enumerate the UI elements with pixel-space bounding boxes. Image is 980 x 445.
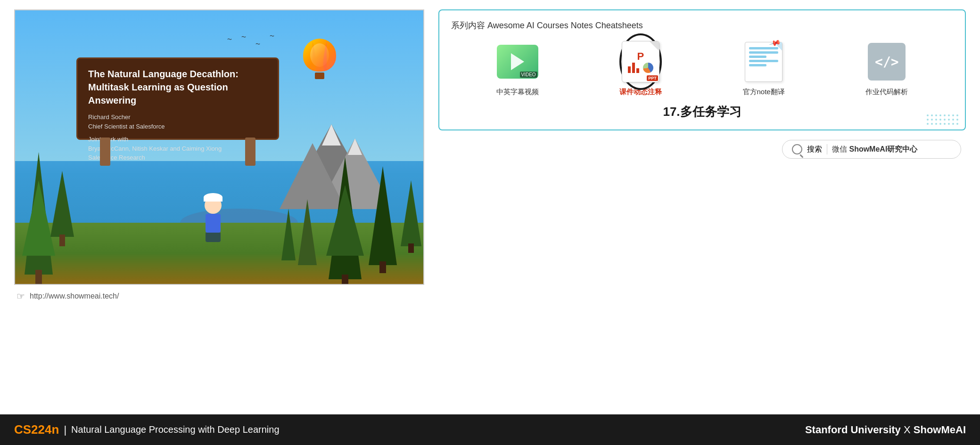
note-line-4 [749,60,778,62]
course-name: Natural Language Processing with Deep Le… [71,424,279,435]
url-text: http://www.showmeai.tech/ [30,292,119,300]
slide-main-title: The Natural Language Decathlon: Multitas… [88,67,267,107]
course-separator: | [64,424,66,436]
bar-2 [632,63,635,73]
ppt-letter: P [637,50,644,63]
sign-panel: The Natural Language Decathlon: Multitas… [76,57,279,140]
ppt-chart [628,63,639,73]
balloon-basket [315,73,324,79]
ppt-badge: PPT [647,75,658,81]
bottom-bar: CS224n | Natural Language Processing wit… [0,414,980,445]
dot [952,119,954,121]
sign-post-right [245,138,255,166]
sign-posts [100,138,255,166]
play-button-icon [511,53,524,70]
icons-row: VIDEO 中英字幕视频 P [451,40,953,97]
dot [931,119,933,121]
search-container: 搜索 微信 ShowMeAI研究中心 [438,140,966,159]
bird-icon: 〜 [270,33,274,40]
ppt-highlight-circle: P PPT [619,33,662,90]
search-label: 搜索 [807,145,822,154]
dot [944,114,946,116]
balloon-body [303,39,336,72]
note-line-3 [749,56,766,58]
video-icon-visual: VIDEO [497,45,538,79]
bird-icon: 〜 [241,34,246,40]
video-item[interactable]: VIDEO 中英字幕视频 [485,40,551,97]
dot [939,123,941,125]
university-label: Stanford University X ShowMeAI [805,424,966,436]
dot [939,114,941,116]
dot [927,123,929,125]
svg-marker-3 [322,124,341,146]
search-box[interactable]: 搜索 微信 ShowMeAI研究中心 [782,140,961,159]
character-legs [206,233,221,242]
note-line-5 [749,64,766,66]
dot [927,114,929,116]
code-label: 作业代码解析 [865,88,908,97]
bar-3 [636,68,639,73]
slide-footer: ☞ http://www.showmeai.tech/ [14,285,424,307]
dot [944,119,946,121]
dot [952,114,954,116]
note-icon-visual: 📌 [745,42,782,82]
ppt-fold [650,41,659,51]
dot [956,123,958,125]
showmeai-text: ShowMeAI [914,424,966,436]
character-hair [204,193,222,202]
dot [935,123,937,125]
video-label: 中英字幕视频 [496,88,539,97]
code-item[interactable]: </> 作业代码解析 [854,40,920,97]
sign-board: The Natural Language Decathlon: Multitas… [76,57,279,166]
dot [935,114,937,116]
dot [931,114,933,116]
dot [948,119,950,121]
dot [931,123,933,125]
einstein-character [199,197,227,239]
slide-frame: 〜 〜 〜 〜 [14,9,424,285]
code-icon-box: </> [865,40,908,83]
slide-area: 〜 〜 〜 〜 [14,9,424,405]
search-divider [827,144,827,154]
dots-decoration [927,114,959,126]
character-head [205,197,222,214]
dot [948,114,950,116]
dot [952,123,954,125]
stanford-text: Stanford University [805,424,901,436]
dot [944,123,946,125]
bird-icon: 〜 [227,36,232,43]
course-label: CS224n | Natural Language Processing wit… [14,422,280,437]
code-icon-visual: </> [868,43,906,81]
x-symbol: X [904,424,914,436]
ppt-icon-visual: P PPT [622,41,659,82]
dot [927,119,929,121]
svg-point-19 [303,39,336,72]
right-panel: 系列内容 Awesome AI Courses Notes Cheatsheet… [438,9,966,405]
video-badge: VIDEO [520,72,537,78]
dot [939,119,941,121]
note-label: 官方note翻译 [743,88,785,97]
search-text: 微信 ShowMeAI研究中心 [832,145,917,154]
dot [948,123,950,125]
mountain-svg [280,115,383,209]
series-title: 系列内容 Awesome AI Courses Notes Cheatsheet… [451,20,953,31]
search-brand: ShowMeAI研究中心 [849,145,917,153]
note-item[interactable]: 📌 官方note翻译 [731,40,797,97]
hot-air-balloon [303,39,336,81]
pointer-icon: ☞ [16,291,25,302]
content-area: 〜 〜 〜 〜 [0,0,980,414]
author-title: Chief Scientist at Salesforce [88,122,267,131]
search-prefix: 微信 [832,145,849,153]
character-body [206,214,221,233]
dot [935,119,937,121]
lesson-title: 17.多任务学习 [451,104,953,120]
dot [956,114,958,116]
ppt-icon-box: P PPT [619,40,662,83]
video-icon-box: VIDEO [496,40,539,83]
balloon-stripes-svg [303,39,336,72]
series-panel: 系列内容 Awesome AI Courses Notes Cheatsheet… [438,9,966,130]
bird-icon: 〜 [255,41,260,48]
code-brackets-icon: </> [875,54,899,70]
note-line-2 [749,51,778,54]
ppt-item[interactable]: P PPT [608,40,674,97]
